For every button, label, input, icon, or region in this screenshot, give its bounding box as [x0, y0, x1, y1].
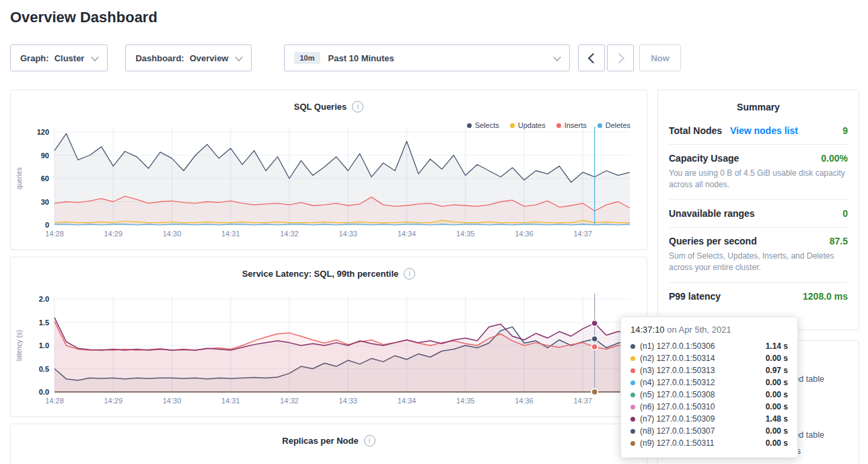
tooltip-node-label: (n3) 127.0.0.1:50313 — [640, 366, 715, 375]
graph-dropdown[interactable]: Graph: Cluster — [10, 44, 108, 71]
tooltip-header: 14:37:10 on Apr 5th, 2021 — [630, 325, 788, 335]
svg-text:14:36: 14:36 — [515, 230, 534, 238]
dashboard-dropdown-value: Overview — [190, 53, 229, 63]
tooltip-date: on Apr 5th, 2021 — [667, 325, 731, 335]
tooltip-node-label: (n6) 127.0.0.1:50310 — [640, 402, 715, 411]
summary-row-description: You are using 0 B of 4.5 GiB usable disk… — [669, 168, 848, 191]
node-color-icon — [630, 393, 635, 397]
svg-text:60: 60 — [41, 174, 49, 183]
node-color-icon — [630, 441, 635, 446]
svg-text:14:32: 14:32 — [280, 230, 299, 238]
replicas-per-node-card: Replicas per Node i — [10, 424, 647, 464]
svg-text:14:31: 14:31 — [221, 397, 240, 405]
chevron-down-icon — [554, 53, 561, 61]
svg-text:0.5: 0.5 — [39, 365, 49, 373]
service-latency-chart[interactable]: 14:2814:2914:3014:3114:3214:3314:3414:35… — [11, 257, 648, 418]
tooltip-row: (n7) 127.0.0.1:503091.48 s — [630, 413, 788, 425]
time-range-badge: 10m — [294, 52, 320, 64]
summary-row-value: 0 — [842, 208, 848, 219]
svg-text:14:37: 14:37 — [573, 230, 592, 238]
tooltip-row: (n6) 127.0.0.1:503100.00 s — [630, 401, 788, 413]
chevron-down-icon — [92, 53, 99, 61]
summary-row: Unavailable ranges0 — [669, 199, 848, 227]
legend-label: Inserts — [565, 121, 587, 129]
time-range-dropdown[interactable]: 10m Past 10 Minutes — [284, 44, 570, 71]
legend-label: Updates — [518, 121, 546, 129]
legend-dot-icon — [598, 123, 602, 128]
time-range-label: Past 10 Minutes — [328, 53, 394, 63]
tooltip-row: (n3) 127.0.0.1:503130.97 s — [630, 364, 788, 376]
summary-row-label: Queries per second — [669, 236, 757, 246]
info-icon[interactable]: i — [404, 268, 415, 279]
node-color-icon — [630, 429, 635, 434]
service-latency-card: 14:2814:2914:3014:3114:3214:3314:3414:35… — [10, 257, 647, 417]
legend-item: Inserts — [556, 121, 587, 129]
sql-queries-legend: SelectsUpdatesInsertsDeletes — [467, 121, 630, 129]
svg-text:1.5: 1.5 — [39, 319, 49, 327]
summary-row-label: Unavailable ranges — [669, 208, 755, 219]
tooltip-node-value: 1.48 s — [766, 414, 788, 424]
svg-text:14:35: 14:35 — [456, 397, 475, 405]
svg-text:14:28: 14:28 — [45, 230, 64, 238]
tooltip-rows: (n1) 127.0.0.1:503061.14 s(n2) 127.0.0.1… — [630, 340, 788, 449]
svg-text:14:31: 14:31 — [221, 230, 240, 238]
tooltip-node-value: 0.00 s — [766, 378, 788, 387]
svg-text:14:33: 14:33 — [338, 230, 357, 238]
tooltip-row: (n1) 127.0.0.1:503061.14 s — [630, 340, 788, 352]
summary-row-label: Capacity Usage — [669, 153, 739, 164]
summary-row-value: 0.00% — [821, 153, 848, 164]
tooltip-node-value: 0.00 s — [766, 438, 788, 448]
summary-row: Total Nodes View nodes list9 — [669, 117, 848, 144]
tooltip-node-label: (n7) 127.0.0.1:50309 — [640, 414, 715, 424]
now-button[interactable]: Now — [639, 44, 680, 71]
tooltip-node-label: (n9) 127.0.0.1:50311 — [640, 438, 715, 448]
tooltip-node-value: 0.97 s — [766, 366, 788, 375]
legend-label: Deletes — [606, 121, 630, 129]
tooltip-row: (n9) 127.0.0.1:503110.00 s — [630, 437, 788, 449]
node-color-icon — [630, 368, 635, 373]
chart-title: Replicas per Node — [282, 436, 358, 446]
sql-queries-card: 14:2814:2914:3014:3114:3214:3314:3414:35… — [10, 90, 647, 250]
chart-title: Service Latency: SQL, 99th percentile — [242, 269, 399, 279]
svg-text:120: 120 — [37, 128, 49, 136]
legend-dot-icon — [467, 123, 472, 128]
node-color-icon — [630, 356, 635, 361]
svg-text:90: 90 — [41, 152, 49, 160]
time-next-button[interactable] — [607, 44, 634, 71]
svg-text:1.0: 1.0 — [39, 341, 49, 350]
tooltip-row: (n5) 127.0.0.1:503080.00 s — [630, 389, 788, 401]
graph-dropdown-label: Graph: — [20, 53, 49, 63]
svg-text:30: 30 — [41, 198, 49, 206]
time-prev-button[interactable] — [578, 44, 605, 71]
dashboard-dropdown[interactable]: Dashboard: Overview — [125, 44, 252, 71]
summary-row: Queries per second87.5Sum of Selects, Up… — [669, 227, 848, 282]
summary-row: P99 latency1208.0 ms — [669, 282, 848, 310]
svg-text:2.0: 2.0 — [39, 295, 49, 303]
tooltip-node-value: 0.00 s — [766, 354, 788, 363]
svg-text:latency (s): latency (s) — [15, 330, 23, 361]
tooltip-node-label: (n2) 127.0.0.1:50314 — [640, 354, 715, 363]
tooltip-node-label: (n1) 127.0.0.1:50306 — [640, 341, 715, 351]
svg-text:0: 0 — [45, 221, 49, 229]
tooltip-node-value: 1.14 s — [766, 341, 788, 351]
legend-dot-icon — [510, 123, 515, 128]
legend-item: Updates — [510, 121, 546, 129]
svg-text:14:30: 14:30 — [163, 397, 182, 405]
svg-text:14:30: 14:30 — [163, 230, 182, 238]
tooltip-node-value: 0.00 s — [766, 402, 788, 411]
summary-row-value: 9 — [842, 125, 848, 136]
node-color-icon — [630, 417, 635, 422]
node-color-icon — [630, 405, 635, 409]
view-nodes-link[interactable]: View nodes list — [730, 125, 798, 136]
svg-text:14:36: 14:36 — [515, 397, 534, 405]
summary-row-label: P99 latency — [669, 291, 721, 302]
tooltip-row: (n8) 127.0.0.1:503070.00 s — [630, 425, 788, 437]
sql-queries-chart[interactable]: 14:2814:2914:3014:3114:3214:3314:3414:35… — [11, 90, 648, 251]
svg-text:14:34: 14:34 — [398, 230, 417, 238]
info-icon[interactable]: i — [352, 101, 363, 112]
tooltip-row: (n4) 127.0.0.1:503120.00 s — [630, 376, 788, 389]
tooltip-node-label: (n4) 127.0.0.1:50312 — [640, 378, 715, 387]
info-icon[interactable]: i — [364, 435, 375, 446]
page-title: Overview Dashboard — [10, 9, 157, 26]
summary-row-description: Sum of Selects, Updates, Inserts, and De… — [669, 251, 848, 274]
